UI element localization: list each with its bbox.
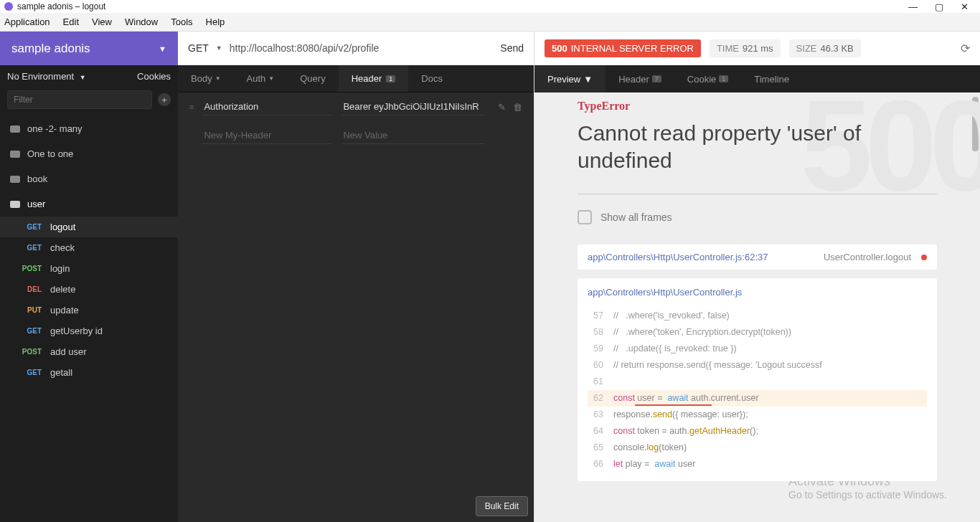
sidebar: sample adonis ▼ No Environment ▼ Cookies…: [0, 32, 178, 522]
error-type: TypeError: [578, 92, 937, 113]
url-bar: GET ▼ Send: [178, 32, 534, 65]
time-badge: TIME 921 ms: [710, 39, 781, 57]
chevron-down-icon: ▼: [159, 44, 166, 53]
header-key[interactable]: Authorization: [202, 98, 331, 115]
code-panel: app\Controllers\Http\UserController.js 5…: [578, 278, 937, 481]
badge: 1: [719, 75, 728, 82]
header-key-input[interactable]: New My-Header: [202, 127, 331, 144]
close-icon[interactable]: ✕: [961, 1, 969, 12]
header-value[interactable]: Bearer eyJhbGciOiJIUzI1NiIsInR: [341, 98, 485, 115]
folder-One-to-one[interactable]: One to one: [0, 141, 178, 166]
request-check[interactable]: GETcheck: [0, 237, 178, 258]
workspace-name: sample adonis: [11, 42, 90, 56]
stack-frame[interactable]: app\Controllers\Http\UserController.js:6…: [578, 245, 937, 270]
badge: 1: [386, 75, 395, 82]
maximize-icon[interactable]: ▢: [935, 1, 943, 12]
response-panel: 500 INTERNAL SERVER ERROR TIME 921 ms SI…: [534, 32, 980, 522]
code-line: 64const token = auth.getAuthHeader();: [588, 423, 927, 440]
code-line: 59// .update({ is_revoked: true }): [588, 341, 927, 357]
chevron-down-icon: ▼: [268, 75, 274, 82]
menu-tools[interactable]: Tools: [171, 16, 192, 27]
code-file: app\Controllers\Http\UserController.js: [588, 287, 927, 298]
folder-icon: [10, 125, 20, 133]
edit-icon[interactable]: ✎: [498, 102, 506, 113]
code-line: 58// .where('token', Encryption.decrypt(…: [588, 324, 927, 341]
request-panel: GET ▼ Send Body ▼Auth ▼QueryHeader1Docs …: [178, 32, 534, 522]
header-row[interactable]: ≡ Authorization Bearer eyJhbGciOiJIUzI1N…: [189, 92, 522, 121]
folder-user[interactable]: user: [0, 191, 178, 217]
code-line: 60// return response.send({ message: 'Lo…: [588, 357, 927, 374]
app-icon: [4, 2, 13, 11]
method-selector[interactable]: GET: [188, 42, 209, 54]
header-row-empty[interactable]: ≡ New My-Header New Value: [189, 121, 522, 150]
folder-one--2--many[interactable]: one -2- many: [0, 116, 178, 141]
response-preview: 500 TypeError Cannot read property 'user…: [534, 92, 980, 522]
trace-location: UserController.logout: [824, 252, 911, 262]
method-badge: GET: [17, 369, 42, 376]
tab-preview[interactable]: Preview ▼: [534, 65, 606, 92]
bulk-edit-button[interactable]: Bulk Edit: [476, 496, 528, 516]
code-line: 65console.log(token): [588, 440, 927, 456]
chevron-down-icon: ▼: [215, 75, 221, 82]
tab-docs[interactable]: Docs: [408, 65, 456, 92]
tab-header[interactable]: Header1: [339, 65, 409, 92]
code-line: 62const user = await auth.current.user: [588, 390, 927, 407]
tab-body[interactable]: Body ▼: [178, 65, 234, 92]
request-tabs: Body ▼Auth ▼QueryHeader1Docs: [178, 65, 534, 92]
method-badge: DEL: [17, 285, 42, 293]
menu-edit[interactable]: Edit: [63, 16, 79, 27]
reload-icon[interactable]: ⟳: [961, 42, 970, 55]
code-line: 66let play = await user: [588, 456, 927, 473]
titlebar: sample adonis – logout — ▢ ✕: [0, 0, 980, 13]
menu-help[interactable]: Help: [206, 16, 225, 27]
drag-icon[interactable]: ≡: [189, 103, 192, 111]
add-request-button[interactable]: ＋: [158, 93, 171, 106]
tab-auth[interactable]: Auth ▼: [234, 65, 288, 92]
window-title: sample adonis – logout: [17, 1, 105, 11]
folder-icon: [10, 176, 20, 183]
menu-window[interactable]: Window: [125, 16, 158, 27]
menubar: ApplicationEditViewWindowToolsHelp: [0, 13, 980, 32]
cookies-button[interactable]: Cookies: [137, 71, 171, 82]
code-line: 63response.send({ message: user});: [588, 407, 927, 423]
send-button[interactable]: Send: [500, 42, 524, 54]
folder-icon: [10, 151, 20, 158]
url-input[interactable]: [230, 42, 494, 54]
request-getall[interactable]: GETgetall: [0, 362, 178, 383]
tab-cookie[interactable]: Cookie1: [674, 65, 741, 92]
trace-path: app\Controllers\Http\UserController.js:6…: [588, 252, 768, 262]
method-badge: POST: [17, 265, 42, 272]
folder-book[interactable]: book: [0, 166, 178, 191]
error-message: Cannot read property 'user' of undefined: [578, 120, 908, 174]
method-badge: POST: [17, 348, 42, 356]
error-dot-icon: [921, 255, 927, 260]
request-delete[interactable]: DELdelete: [0, 279, 178, 300]
request-login[interactable]: POSTlogin: [0, 258, 178, 279]
menu-application[interactable]: Application: [4, 16, 50, 27]
status-badge: 500 INTERNAL SERVER ERROR: [545, 39, 701, 57]
badge: 7: [652, 75, 661, 82]
size-badge: SIZE 46.3 KB: [789, 39, 861, 57]
filter-input[interactable]: [7, 90, 152, 109]
method-badge: GET: [17, 327, 42, 335]
header-value-input[interactable]: New Value: [341, 127, 485, 144]
code-line: 61: [588, 374, 927, 390]
chevron-down-icon: ▼: [583, 74, 593, 85]
tab-header[interactable]: Header7: [606, 65, 674, 92]
request-update[interactable]: PUTupdate: [0, 300, 178, 321]
checkbox-icon[interactable]: [578, 210, 592, 224]
chevron-down-icon[interactable]: ▼: [216, 44, 222, 52]
folder-icon: [10, 201, 20, 208]
workspace-selector[interactable]: sample adonis ▼: [0, 32, 178, 65]
menu-view[interactable]: View: [92, 16, 112, 27]
tab-query[interactable]: Query: [287, 65, 338, 92]
minimize-icon[interactable]: —: [908, 1, 918, 12]
tab-timeline[interactable]: Timeline: [741, 65, 802, 92]
request-logout[interactable]: GETlogout: [0, 217, 178, 237]
show-frames-checkbox[interactable]: Show all frames: [578, 210, 937, 224]
method-badge: GET: [17, 244, 42, 252]
request-getUserby-id[interactable]: GETgetUserby id: [0, 321, 178, 341]
environment-selector[interactable]: No Environment ▼: [7, 71, 86, 82]
request-add-user[interactable]: POSTadd user: [0, 341, 178, 362]
delete-icon[interactable]: 🗑: [513, 102, 522, 113]
